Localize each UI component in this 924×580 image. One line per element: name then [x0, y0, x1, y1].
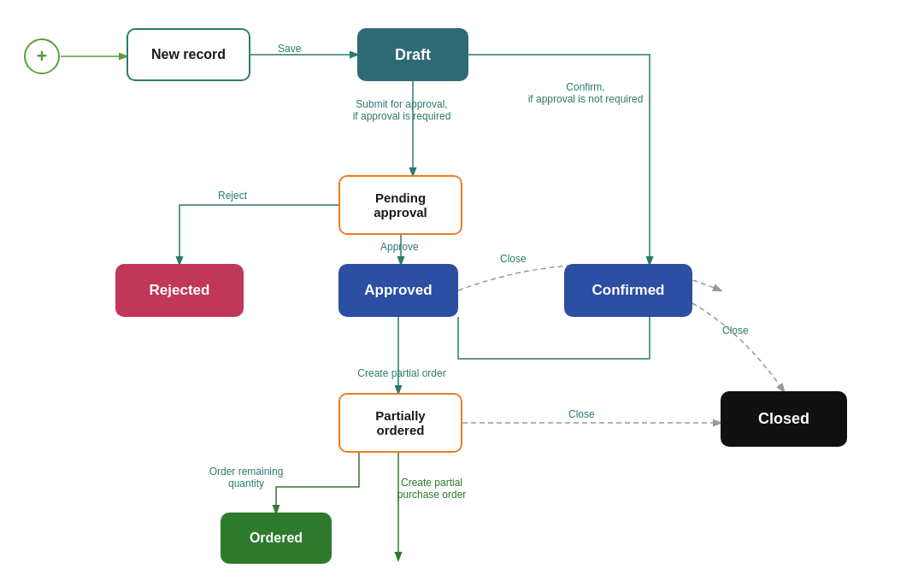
new-record-label: New record: [151, 47, 226, 62]
order-remaining-label: Order remainingquantity: [195, 466, 297, 489]
close-confirmed-label: Close: [722, 325, 749, 337]
approved-label: Approved: [364, 282, 432, 299]
reject-label: Reject: [218, 190, 247, 202]
confirmed-node: Confirmed: [564, 264, 692, 317]
ordered-node: Ordered: [221, 513, 332, 564]
submit-approval-label: Submit for approval,if approval is requi…: [333, 98, 470, 122]
state-diagram: + New record Draft Pending approval Reje…: [0, 0, 924, 580]
approve-label: Approve: [380, 241, 419, 253]
plus-icon: +: [37, 45, 48, 67]
new-record-node: New record: [127, 28, 250, 81]
approved-node: Approved: [338, 264, 458, 317]
close-partially-label: Close: [568, 408, 595, 420]
draft-node: Draft: [357, 28, 468, 81]
create-partial-po-label: Create partialpurchase order: [380, 477, 483, 501]
pending-approval-node: Pending approval: [338, 175, 462, 235]
closed-node: Closed: [721, 391, 847, 447]
ordered-label: Ordered: [250, 530, 303, 546]
save-label: Save: [278, 43, 301, 55]
confirm-if-label: Confirm,if approval is not required: [521, 81, 650, 105]
partially-ordered-node: Partially ordered: [338, 393, 462, 453]
rejected-label: Rejected: [150, 282, 210, 299]
start-node: +: [24, 38, 60, 74]
closed-label: Closed: [758, 410, 809, 428]
partially-label: Partially ordered: [375, 408, 425, 437]
create-partial-label: Create partial order: [342, 367, 462, 379]
confirmed-label: Confirmed: [592, 282, 665, 299]
rejected-node: Rejected: [115, 264, 244, 317]
pending-label: Pending approval: [374, 190, 427, 220]
close-approved-label: Close: [500, 253, 527, 265]
draft-label: Draft: [395, 46, 431, 64]
